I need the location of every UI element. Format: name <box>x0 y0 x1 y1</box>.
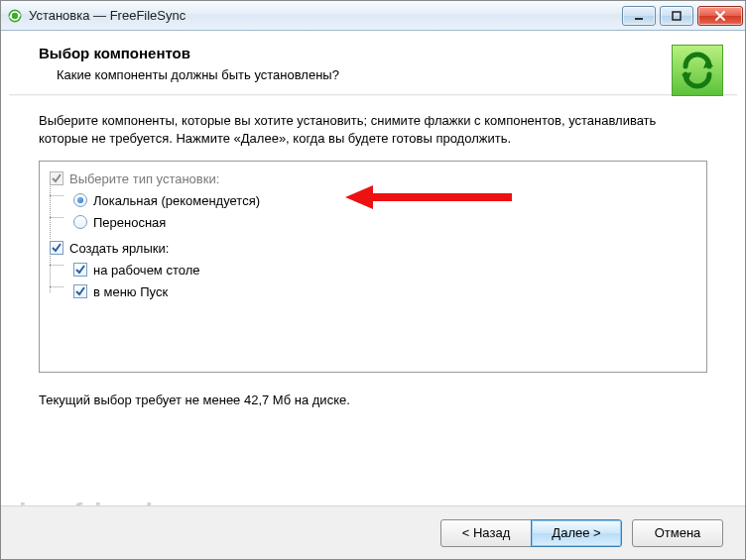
wizard-header: Выбор компонентов Какие компоненты должн… <box>1 31 745 94</box>
install-option-local-label: Локальная (рекомендуется) <box>93 193 260 208</box>
install-type-label: Выберите тип установки: <box>69 171 219 186</box>
shortcut-startmenu-checkbox[interactable] <box>73 284 87 298</box>
cancel-button[interactable]: Отмена <box>632 519 723 547</box>
shortcut-desktop-label: на рабочем столе <box>93 263 200 278</box>
shortcuts-checkbox[interactable] <box>50 241 63 255</box>
shortcut-desktop[interactable]: на рабочем столе <box>48 259 698 280</box>
titlebar: Установка — FreeFileSync <box>1 1 745 31</box>
cancel-button-label: Отмена <box>655 525 701 540</box>
components-tree: Выберите тип установки: Локальная (реком… <box>39 161 707 373</box>
close-button[interactable] <box>697 6 743 26</box>
page-heading: Выбор компонентов <box>39 45 723 61</box>
disk-requirement-text: Текущий выбор требует не менее 42,7 Мб н… <box>39 392 707 407</box>
instructions-text: Выберите компоненты, которые вы хотите у… <box>39 112 707 147</box>
window-controls <box>618 6 743 26</box>
shortcut-desktop-checkbox[interactable] <box>73 263 87 277</box>
back-button-label: < Назад <box>462 525 510 540</box>
page-subheading: Какие компоненты должны быть установлены… <box>57 67 723 82</box>
minimize-button[interactable] <box>622 6 656 26</box>
nav-button-group: < Назад Далее > <box>440 519 622 547</box>
maximize-button[interactable] <box>660 6 693 26</box>
shortcuts-group[interactable]: Создать ярлыки: <box>48 237 698 259</box>
radio-portable[interactable] <box>73 215 87 229</box>
next-button[interactable]: Далее > <box>531 519 622 547</box>
product-logo-icon <box>672 45 723 96</box>
window-title: Установка — FreeFileSync <box>29 8 618 23</box>
install-option-portable[interactable]: Переносная <box>48 211 698 233</box>
install-option-local[interactable]: Локальная (рекомендуется) <box>48 189 698 211</box>
svg-rect-4 <box>673 12 681 20</box>
shortcut-startmenu[interactable]: в меню Пуск <box>48 280 698 302</box>
next-button-label: Далее > <box>552 525 600 540</box>
install-type-checkbox <box>50 171 63 185</box>
radio-local[interactable] <box>73 193 87 207</box>
shortcuts-label: Создать ярлыки: <box>69 241 169 256</box>
install-option-portable-label: Переносная <box>93 215 166 230</box>
wizard-footer: < Назад Далее > Отмена <box>1 505 745 559</box>
wizard-body: Выберите компоненты, которые вы хотите у… <box>1 96 745 415</box>
app-icon <box>7 8 23 24</box>
shortcut-startmenu-label: в меню Пуск <box>93 284 168 299</box>
install-type-group: Выберите тип установки: <box>48 168 698 189</box>
back-button[interactable]: < Назад <box>440 519 532 547</box>
